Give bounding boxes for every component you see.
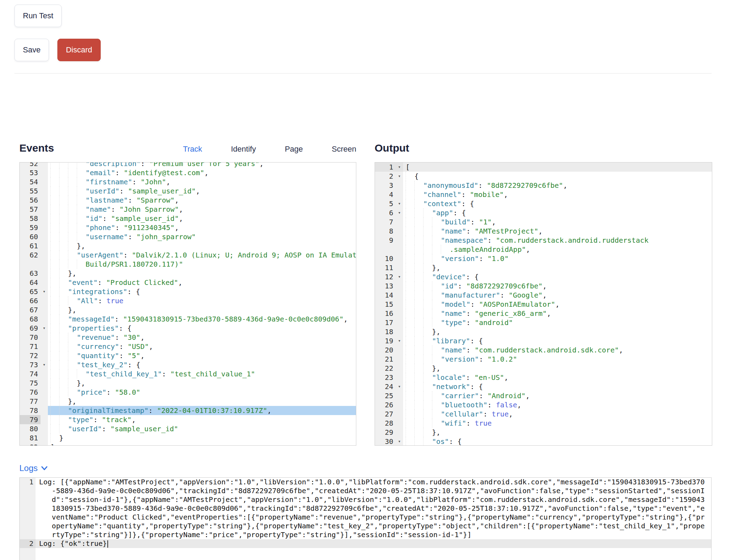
code-line: 65▾"integrations": { (20, 287, 356, 296)
tab-identify[interactable]: Identify (231, 145, 256, 154)
indent-guide (423, 391, 432, 400)
code-line: 78"originalTimestamp": "2022-04-01T10:37… (20, 406, 356, 415)
indent-guide (414, 428, 423, 437)
logs-label: Logs (19, 463, 38, 473)
code-line: 16"name": "generic_x86_arm", (375, 309, 712, 318)
indent-guide (77, 214, 86, 223)
indent-guide (59, 260, 68, 269)
discard-button[interactable]: Discard (57, 39, 101, 61)
fold-toggle-icon[interactable]: ▾ (396, 208, 403, 217)
log-entry: 1Log: [{"appName":"AMTestProject","appVe… (20, 478, 711, 539)
code-line: 59"phone": "9112340345", (20, 223, 356, 232)
line-number: 26 (375, 400, 396, 409)
indent-guide (59, 241, 68, 250)
code-line: 82] (20, 443, 356, 446)
indent-guide (68, 296, 77, 305)
code-text: "carrier": "Android", (403, 391, 712, 400)
indent-guide (432, 318, 441, 327)
fold-gutter (396, 419, 403, 428)
save-button[interactable]: Save (14, 39, 49, 61)
fold-gutter (40, 351, 48, 360)
code-text: "version": "1.0" (403, 254, 712, 263)
output-panel: Output 1▾[2▾{3"anonymousId": "8d87229270… (375, 142, 712, 446)
code-line: 67}, (20, 305, 356, 314)
events-json-editor[interactable]: 52"description": "Premium user for 5 yea… (19, 162, 356, 446)
output-json-editor[interactable]: 1▾[2▾{3"anonymousId": "8d872292709c6fbe"… (375, 162, 712, 446)
line-number: 12 (375, 272, 396, 281)
indent-guide (423, 336, 432, 345)
code-text: "username": "john_sparrow" (48, 232, 356, 241)
fold-toggle-icon[interactable]: ▾ (396, 272, 403, 281)
indent-guide (59, 424, 68, 433)
indent-guide (414, 190, 423, 199)
fold-toggle-icon[interactable]: ▾ (396, 336, 403, 345)
indent-guide (423, 400, 432, 409)
indent-guide (59, 162, 68, 168)
indent-guide (406, 373, 414, 382)
line-number: 2 (375, 172, 396, 181)
indent-guide (59, 168, 68, 177)
code-line: 26"bluetooth": false, (375, 400, 712, 409)
indent-guide (77, 177, 86, 186)
fold-gutter (396, 318, 403, 327)
indent-guide (406, 217, 414, 227)
code-text: "quantity": "5", (48, 351, 356, 360)
tab-screen[interactable]: Screen (332, 145, 356, 154)
fold-toggle-icon[interactable]: ▾ (40, 324, 48, 333)
indent-guide (77, 232, 86, 241)
indent-guide (414, 419, 423, 428)
indent-guide (59, 287, 68, 296)
indent-guide (68, 232, 77, 241)
indent-guide (50, 324, 59, 333)
code-line: 74"test_child_key_1": "test_child_value_… (20, 369, 356, 378)
code-line: 68"messageId": "1590431830915-73bed370-5… (20, 314, 356, 324)
tab-page[interactable]: Page (285, 145, 303, 154)
code-line: 80"userId": "sample_user_id" (20, 424, 356, 433)
fold-toggle-icon[interactable]: ▾ (396, 382, 403, 391)
indent-guide (50, 205, 59, 214)
indent-guide (68, 168, 77, 177)
indent-guide (50, 250, 59, 260)
fold-toggle-icon[interactable]: ▾ (396, 172, 403, 181)
fold-toggle-icon[interactable]: ▾ (40, 287, 48, 296)
line-number: 69 (20, 324, 40, 333)
code-line: 13"id": "8d872292709c6fbe", (375, 281, 712, 291)
line-number: 58 (20, 214, 40, 223)
code-line: 27"cellular": true, (375, 409, 712, 419)
fold-toggle-icon[interactable]: ▾ (40, 360, 48, 369)
indent-guide (50, 278, 59, 287)
indent-guide (59, 205, 68, 214)
fold-toggle-icon[interactable]: ▾ (396, 437, 403, 446)
line-number: 16 (375, 309, 396, 318)
fold-gutter (40, 214, 48, 223)
indent-guide (59, 378, 68, 388)
tab-track[interactable]: Track (183, 145, 202, 154)
code-line: 14"manufacturer": "Google", (375, 291, 712, 300)
chevron-down-icon (41, 466, 48, 471)
indent-guide (50, 342, 59, 351)
fold-gutter (396, 327, 403, 336)
fold-toggle-icon[interactable]: ▾ (396, 163, 403, 172)
indent-guide (68, 223, 77, 232)
indent-guide (423, 300, 432, 309)
line-number: 60 (20, 232, 40, 241)
indent-guide (59, 369, 68, 378)
fold-gutter (396, 291, 403, 300)
logs-toggle[interactable]: Logs (19, 463, 62, 473)
line-number: 65 (20, 287, 40, 296)
indent-guide (406, 300, 414, 309)
indent-guide (59, 314, 68, 324)
code-line: 69▾"properties": { (20, 324, 356, 333)
code-line: 64"event": "Product Clicked", (20, 278, 356, 287)
indent-guide (414, 364, 423, 373)
indent-guide (441, 245, 450, 254)
code-line: 10"version": "1.0" (375, 254, 712, 263)
run-test-button[interactable]: Run Test (14, 5, 62, 27)
indent-guide (414, 382, 423, 391)
fold-gutter (40, 168, 48, 177)
indent-guide (59, 232, 68, 241)
logs-console[interactable]: 1Log: [{"appName":"AMTestProject","appVe… (19, 477, 712, 560)
fold-toggle-icon[interactable]: ▾ (396, 199, 403, 208)
fold-gutter (40, 378, 48, 388)
code-line: 66"All": true (20, 296, 356, 305)
